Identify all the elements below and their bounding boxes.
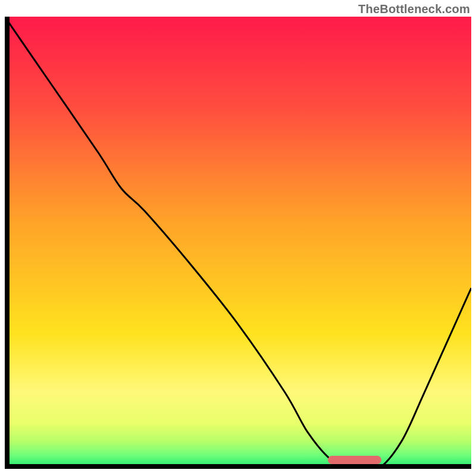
x-axis (5, 464, 471, 469)
chart-background-gradient (5, 17, 471, 469)
optimal-range-marker (328, 456, 381, 464)
bottleneck-chart (5, 17, 471, 469)
y-axis (5, 17, 10, 469)
watermark-text: TheBottleneck.com (358, 2, 470, 16)
svg-rect-0 (5, 17, 471, 469)
